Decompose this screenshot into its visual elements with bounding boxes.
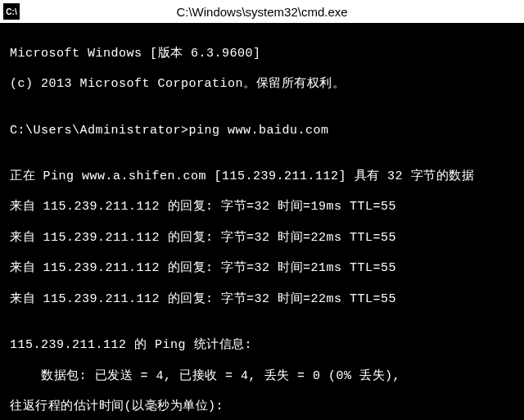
cmd-icon: C:\ bbox=[3, 3, 20, 20]
output-line: 来自 115.239.211.112 的回复: 字节=32 时间=22ms TT… bbox=[10, 231, 514, 246]
prompt-line: C:\Users\Administrator>ping www.baidu.co… bbox=[10, 124, 514, 139]
output-line: 数据包: 已发送 = 4, 已接收 = 4, 丢失 = 0 (0% 丢失), bbox=[10, 369, 514, 385]
output-line: 来自 115.239.211.112 的回复: 字节=32 时间=22ms TT… bbox=[10, 292, 514, 308]
terminal-output[interactable]: Microsoft Windows [版本 6.3.9600] (c) 2013… bbox=[0, 23, 524, 420]
window-titlebar: C:\ C:\Windows\system32\cmd.exe bbox=[0, 0, 524, 23]
output-line: Microsoft Windows [版本 6.3.9600] bbox=[10, 47, 514, 62]
cmd-icon-label: C:\ bbox=[6, 7, 16, 16]
window-title: C:\Windows\system32\cmd.exe bbox=[26, 5, 498, 19]
output-line: 正在 Ping www.a.shifen.com [115.239.211.11… bbox=[10, 169, 514, 185]
output-line: (c) 2013 Microsoft Corporation。保留所有权利。 bbox=[10, 77, 514, 93]
output-line: 来自 115.239.211.112 的回复: 字节=32 时间=21ms TT… bbox=[10, 261, 514, 277]
output-line: 往返行程的估计时间(以毫秒为单位): bbox=[10, 400, 514, 415]
output-line: 来自 115.239.211.112 的回复: 字节=32 时间=19ms TT… bbox=[10, 200, 514, 215]
output-line: 115.239.211.112 的 Ping 统计信息: bbox=[10, 338, 514, 354]
